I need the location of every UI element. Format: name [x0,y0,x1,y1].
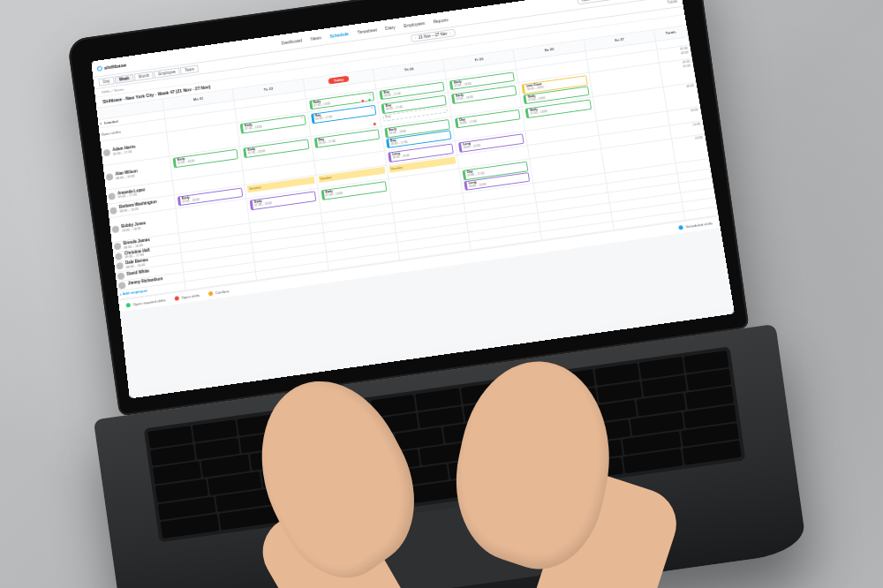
group-label: Istanbul [104,119,118,125]
nav-diary[interactable]: Diary [385,24,396,30]
nav-schedule[interactable]: Schedule [329,31,349,39]
avatar [108,192,116,200]
tab-day[interactable]: Day [98,77,114,87]
location-picker[interactable]: New York City ▾ [577,0,613,4]
brand-logo-icon [97,65,102,71]
location-label: New York City [582,0,607,3]
tab-week[interactable]: Week [115,74,134,84]
chevron-right-icon[interactable]: › [449,31,451,35]
ok-icon [367,98,372,102]
legend-scheduled: Scheduled shifts [678,221,713,230]
chevron-left-icon[interactable]: ‹ [415,36,417,41]
avatar [103,149,111,157]
chevron-down-icon: ▾ [100,121,102,125]
avatar [106,174,114,182]
nav-news[interactable]: News [310,34,321,41]
tab-month[interactable]: Month [134,72,155,81]
brand-name: shiftbase [103,62,126,70]
nav-timesheet[interactable]: Timesheet [357,26,377,34]
date-range-label: 21 Nov – 27 Nov [419,32,448,40]
conflict-icon [360,99,365,103]
tab-team[interactable]: Team [180,64,199,74]
nav-dashboard[interactable]: Dashboard [281,37,302,45]
repeat-icon: ↻ [369,94,372,97]
avatar [112,226,120,234]
legend-conflicts: Conflicts [208,289,230,296]
legend-open-required: Open required shifts [125,298,165,307]
app-screen: shiftbase Dashboard News Schedule Timesh… [91,0,735,399]
today-pill: Today [328,76,350,85]
brand[interactable]: shiftbase [97,62,127,71]
tab-employee[interactable]: Employee [154,67,180,78]
nav-reports[interactable]: Reports [433,17,449,24]
laptop: shiftbase Dashboard News Schedule Timesh… [67,0,808,588]
legend-open-shifts: Open shifts [174,293,200,301]
totals-heading: Totals [667,0,677,4]
avatar [109,207,117,215]
conflict-icon [372,122,377,126]
nav-employees[interactable]: Employees [404,20,426,28]
